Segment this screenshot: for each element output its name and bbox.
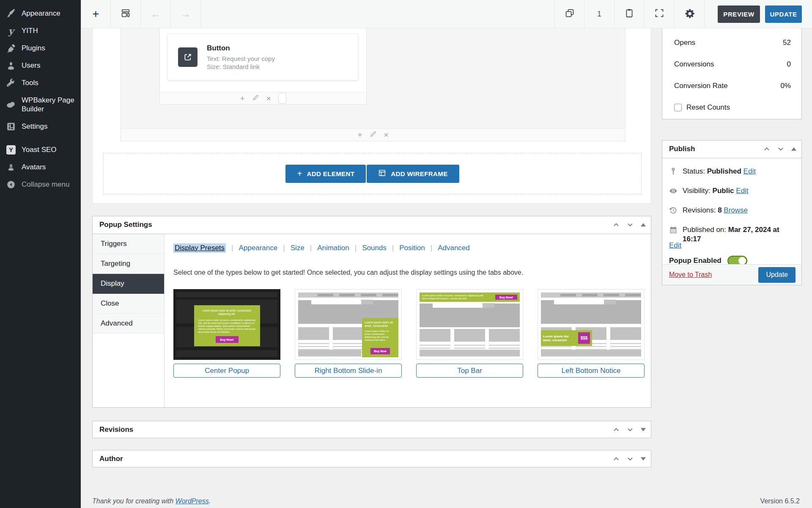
stat-row-conversion-rate: Conversion Rate 0% xyxy=(674,75,791,97)
button-element-card[interactable]: Button Text: Request your copy Size: Sta… xyxy=(168,34,358,80)
sidebar-item-appearance[interactable]: Appearance xyxy=(0,5,81,22)
move-up-icon[interactable] xyxy=(613,426,620,433)
fullscreen-button[interactable] xyxy=(645,0,675,28)
undo-arrow-icon: ← xyxy=(151,9,161,19)
expand-toggle-icon[interactable] xyxy=(641,428,646,431)
column-add-icon[interactable]: + xyxy=(240,94,244,102)
paste-button[interactable] xyxy=(614,0,645,28)
preset-button-top-bar[interactable]: Top Bar xyxy=(416,364,523,378)
preset-button-left-bottom-notice[interactable]: Left Bottom Notice xyxy=(538,364,645,378)
visibility-edit-link[interactable]: Edit xyxy=(736,187,748,195)
wpbakery-icon xyxy=(6,99,16,110)
preview-heading: Lorem ipsum dolor sit amet, consectetur xyxy=(365,321,396,328)
preset-thumbnail-left-bottom-notice[interactable]: Lorem ipsum dor amet, consecter $$$ xyxy=(538,289,645,360)
preset-popup-preview: Lorem ipsum dolor sit amet, consectetur … xyxy=(194,305,260,346)
preset-right-bottom-slide-in: Lorem ipsum dolor sit amet, consectetur … xyxy=(295,289,402,378)
subtab-sounds[interactable]: Sounds xyxy=(362,244,387,252)
popup-settings-metabox: Popup Settings Triggers Targeting Displa… xyxy=(92,216,651,408)
update-toolbar-button[interactable]: UPDATE xyxy=(765,6,802,23)
published-on-text: Published on: Mar 27, 2024 at 16:17 xyxy=(683,225,796,244)
status-edit-link[interactable]: Edit xyxy=(743,167,756,175)
subtab-animation[interactable]: Animation xyxy=(317,244,349,252)
sidebar-item-yoast-seo[interactable]: Y Yoast SEO xyxy=(0,141,81,158)
vtab-close[interactable]: Close xyxy=(93,294,164,314)
row-edit-pencil-icon[interactable] xyxy=(370,130,377,139)
publish-header[interactable]: Publish xyxy=(662,141,801,157)
tools-wrench-icon xyxy=(6,78,16,88)
column-layout-toggle[interactable] xyxy=(278,93,286,104)
expand-toggle-icon[interactable] xyxy=(641,457,646,461)
subtab-position[interactable]: Position xyxy=(399,244,425,252)
move-up-icon[interactable] xyxy=(763,146,770,152)
vtab-display[interactable]: Display xyxy=(93,274,164,294)
move-up-icon[interactable] xyxy=(613,456,620,462)
copy-button[interactable] xyxy=(554,0,584,28)
author-metabox: Author xyxy=(92,450,651,467)
add-element-toolbar-button[interactable]: + xyxy=(81,0,111,28)
sidebar-item-avatars[interactable]: Avatars xyxy=(0,158,81,176)
author-header[interactable]: Author xyxy=(93,450,651,467)
preset-button-center-popup[interactable]: Center Popup xyxy=(173,364,280,378)
sidebar-item-yith[interactable]: y YITH xyxy=(0,22,81,39)
sidebar-item-users[interactable]: Users xyxy=(0,57,81,74)
preview-buy-button: Buy Now xyxy=(370,348,390,354)
preset-popup-preview: Lorem ipsum dolor sit amet, consectetur … xyxy=(420,293,520,302)
revisions-row: Revisions: 8 Browse xyxy=(669,206,796,217)
wordpress-link[interactable]: WordPress xyxy=(176,497,209,505)
add-wireframe-button[interactable]: ADD WIREFRAME xyxy=(367,165,459,183)
update-button[interactable]: Update xyxy=(758,267,796,283)
redo-button[interactable]: → xyxy=(171,0,201,28)
sidebar-collapse-menu[interactable]: Collapse menu xyxy=(0,176,81,193)
collapse-toggle-icon[interactable] xyxy=(791,147,796,151)
clipboard-icon xyxy=(624,8,634,20)
vtab-triggers[interactable]: Triggers xyxy=(93,234,164,254)
admin-sidebar: Appearance y YITH Plugins Users Tools xyxy=(0,0,81,508)
subtab-size[interactable]: Size xyxy=(291,244,304,252)
admin-footer-thanks: Thank you for creating with WordPress. xyxy=(92,497,211,505)
reset-counts-checkbox[interactable] xyxy=(674,104,682,111)
redo-arrow-icon: → xyxy=(181,9,191,19)
row-add-icon[interactable]: + xyxy=(357,131,362,139)
preset-thumbnail-center-popup[interactable]: Lorem ipsum dolor sit amet, consectetur … xyxy=(173,289,280,360)
column-delete-icon[interactable]: × xyxy=(266,94,271,102)
visibility-text: Visibility: Public Edit xyxy=(683,186,749,196)
stat-row-conversions: Conversions 0 xyxy=(674,53,791,75)
move-down-icon[interactable] xyxy=(777,146,784,152)
subtab-appearance[interactable]: Appearance xyxy=(239,244,278,252)
revisions-browse-link[interactable]: Browse xyxy=(724,206,748,214)
element-size-line: Size: Standard link xyxy=(207,63,275,71)
undo-button[interactable]: ← xyxy=(141,0,171,28)
subtab-display-presets[interactable]: Display Presets xyxy=(173,243,226,253)
row-delete-icon[interactable]: × xyxy=(384,131,389,139)
move-to-trash-link[interactable]: Move to Trash xyxy=(669,271,712,279)
sidebar-item-wpbakery[interactable]: WPBakery Page Builder xyxy=(0,91,81,118)
templates-button[interactable] xyxy=(111,0,141,28)
published-on-edit-link[interactable]: Edit xyxy=(669,241,681,249)
move-down-icon[interactable] xyxy=(627,456,634,462)
preset-button-right-bottom-slide-in[interactable]: Right Bottom Slide-in xyxy=(295,364,402,378)
move-up-icon[interactable] xyxy=(613,221,620,228)
revisions-header[interactable]: Revisions xyxy=(93,421,651,438)
move-down-icon[interactable] xyxy=(627,426,634,433)
sidebar-item-plugins[interactable]: Plugins xyxy=(0,39,81,57)
preview-button[interactable]: PREVIEW xyxy=(718,6,760,23)
preset-thumbnail-right-bottom-slide-in[interactable]: Lorem ipsum dolor sit amet, consectetur … xyxy=(295,289,402,360)
subtab-separator: | xyxy=(283,244,285,252)
column-edit-pencil-icon[interactable] xyxy=(252,94,259,103)
popup-settings-header[interactable]: Popup Settings xyxy=(93,216,651,233)
collapse-toggle-icon[interactable] xyxy=(641,223,646,226)
preset-thumbnail-top-bar[interactable]: Lorem ipsum dolor sit amet, consectetur … xyxy=(416,289,523,360)
add-element-button[interactable]: + ADD ELEMENT xyxy=(285,165,366,183)
sidebar-item-settings[interactable]: Settings xyxy=(0,118,81,135)
history-count[interactable]: 1 xyxy=(584,0,614,28)
vtab-advanced[interactable]: Advanced xyxy=(93,314,164,334)
subtab-advanced[interactable]: Advanced xyxy=(438,244,470,252)
stat-label: Conversions xyxy=(674,60,714,69)
sidebar-item-tools[interactable]: Tools xyxy=(0,74,81,91)
add-content-area: + ADD ELEMENT ADD WIREFRAME xyxy=(103,153,642,194)
move-down-icon[interactable] xyxy=(627,221,634,228)
settings-gear-button[interactable] xyxy=(675,0,705,28)
metabox-handles xyxy=(613,456,646,462)
vtab-targeting[interactable]: Targeting xyxy=(93,254,164,274)
status-row: Status: Published Edit xyxy=(669,167,796,178)
